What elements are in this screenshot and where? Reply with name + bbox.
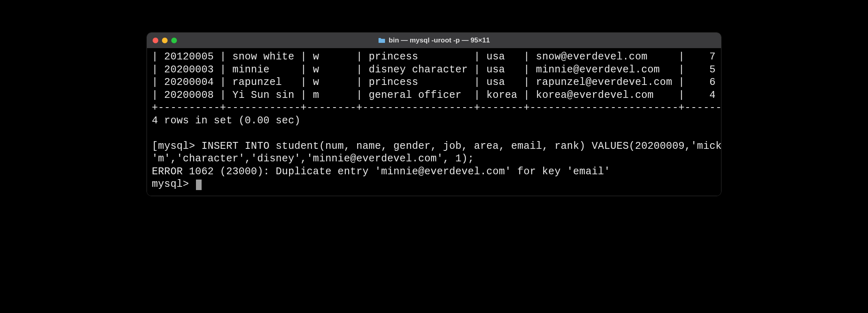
window-title: bin — mysql -uroot -p — 95×11 <box>389 36 490 44</box>
error-line: ERROR 1062 (23000): Duplicate entry 'min… <box>152 166 610 178</box>
result-footer: 4 rows in set (0.00 sec) <box>152 115 300 127</box>
titlebar: bin — mysql -uroot -p — 95×11 <box>147 33 721 48</box>
table-row: | 20200008 | Yi Sun sin | m | general of… <box>152 89 721 101</box>
terminal-body[interactable]: | 20120005 | snow white | w | princess |… <box>147 48 721 196</box>
maximize-button[interactable] <box>171 38 177 43</box>
title-content: bin — mysql -uroot -p — 95×11 <box>147 36 721 44</box>
sql-line-2: 'm','character','disney','minnie@everdev… <box>152 153 474 165</box>
table-row: | 20120005 | snow white | w | princess |… <box>152 51 721 63</box>
cursor <box>196 180 202 190</box>
table-row: | 20200004 | rapunzel | w | princess | u… <box>152 76 721 88</box>
minimize-button[interactable] <box>162 38 168 43</box>
terminal-window: bin — mysql -uroot -p — 95×11 | 20120005… <box>147 32 721 196</box>
sql-line-1: [mysql> INSERT INTO student(num, name, g… <box>152 140 721 152</box>
close-button[interactable] <box>153 38 158 43</box>
traffic-lights <box>153 38 177 43</box>
prompt: mysql> <box>152 178 189 190</box>
table-separator: +----------+------------+--------+------… <box>152 102 721 114</box>
folder-icon <box>378 38 385 43</box>
table-row: | 20200003 | minnie | w | disney charact… <box>152 64 721 76</box>
